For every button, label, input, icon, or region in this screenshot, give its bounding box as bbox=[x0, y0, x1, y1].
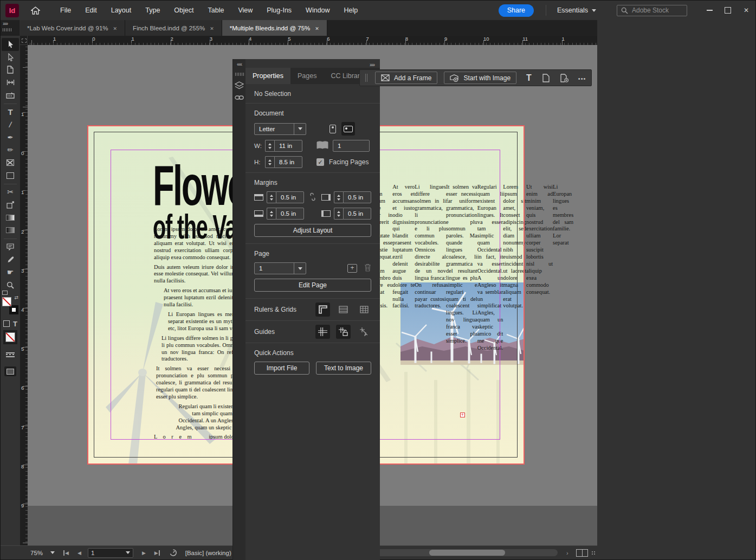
hand-tool[interactable] bbox=[2, 266, 19, 279]
selection-tool[interactable] bbox=[2, 38, 19, 51]
margin-inside-field[interactable]: 0.5 in bbox=[343, 208, 371, 220]
menu-item[interactable]: Type bbox=[138, 4, 167, 16]
start-with-image-button[interactable]: Start with Image bbox=[444, 72, 516, 84]
expand-panels-icon[interactable]: »» bbox=[370, 62, 374, 68]
menu-item[interactable]: Plug-Ins bbox=[260, 4, 299, 16]
margin-inside-stepper[interactable] bbox=[334, 208, 343, 220]
adjust-layout-button[interactable]: Adjust Layout bbox=[254, 224, 371, 237]
toolbar-grip[interactable] bbox=[365, 74, 367, 82]
content-collector-tool[interactable] bbox=[2, 89, 19, 102]
menu-item[interactable]: Table bbox=[201, 4, 231, 16]
first-page-button[interactable]: ◀ bbox=[63, 550, 69, 556]
orientation-portrait-button[interactable] bbox=[326, 122, 339, 136]
note-tool[interactable] bbox=[2, 241, 19, 254]
eyedropper-tool[interactable] bbox=[2, 253, 19, 266]
document-tab[interactable]: *Lab Web Cover.indd @ 91% bbox=[20, 20, 125, 36]
line-tool[interactable] bbox=[2, 118, 19, 131]
workspace-switcher[interactable]: Essentials bbox=[546, 5, 596, 16]
tab-properties[interactable]: Properties bbox=[245, 68, 290, 84]
document-grid-button[interactable] bbox=[357, 302, 371, 317]
layers-panel-icon[interactable] bbox=[235, 81, 244, 89]
maximize-button[interactable] bbox=[719, 3, 737, 17]
next-page-button[interactable]: ▶ bbox=[142, 550, 146, 556]
lock-guides-button[interactable] bbox=[336, 325, 351, 339]
show-guides-button[interactable] bbox=[315, 325, 330, 339]
menu-item[interactable]: View bbox=[231, 4, 260, 16]
add-text-icon[interactable] bbox=[526, 73, 532, 83]
gradient-swatch-tool[interactable] bbox=[2, 211, 19, 224]
more-options-icon[interactable] bbox=[578, 73, 586, 83]
adobe-stock-search[interactable]: Adobe Stock bbox=[617, 5, 687, 16]
close-icon[interactable] bbox=[315, 25, 319, 31]
page-tool[interactable] bbox=[2, 63, 19, 76]
delete-page-button[interactable] bbox=[364, 263, 371, 273]
show-rulers-button[interactable] bbox=[315, 302, 330, 317]
ruler-origin[interactable] bbox=[20, 36, 28, 45]
indesign-logo[interactable]: Id bbox=[5, 4, 19, 17]
menu-item[interactable]: Help bbox=[337, 4, 365, 16]
tab-overflow-icon[interactable]: »» bbox=[3, 21, 8, 27]
formatting-affects-text-icon[interactable]: T bbox=[13, 320, 17, 328]
width-field[interactable]: 11 in bbox=[274, 140, 302, 152]
page-size-dropdown[interactable]: Letter bbox=[254, 123, 306, 135]
orientation-landscape-button[interactable] bbox=[341, 122, 355, 136]
document-tab[interactable]: Finch Bleed.indd @ 255% bbox=[125, 20, 222, 36]
text-to-image-button[interactable]: Text to Image bbox=[316, 362, 371, 375]
rectangle-tool[interactable] bbox=[2, 169, 19, 182]
tab-scroll-icon[interactable] bbox=[3, 28, 11, 31]
resize-grip[interactable] bbox=[591, 551, 596, 555]
page-select-dropdown[interactable]: 1 bbox=[254, 262, 306, 274]
page-icon[interactable] bbox=[542, 74, 550, 82]
zoom-level[interactable]: 75% bbox=[30, 550, 43, 556]
default-swatches-icon[interactable] bbox=[2, 291, 8, 295]
smart-guides-button[interactable] bbox=[357, 325, 371, 339]
gap-tool[interactable] bbox=[2, 76, 19, 89]
apply-none-button[interactable] bbox=[5, 332, 15, 342]
pages-count-field[interactable]: 1 bbox=[333, 140, 370, 152]
scrollbar-thumb[interactable] bbox=[429, 550, 505, 556]
vertical-ruler[interactable]: 10123456789 bbox=[20, 45, 28, 559]
margin-top-stepper[interactable] bbox=[267, 191, 276, 203]
preflight-icon[interactable] bbox=[170, 549, 177, 556]
add-page-button[interactable] bbox=[347, 264, 357, 273]
collapse-panels-icon[interactable]: «« bbox=[237, 62, 242, 67]
import-file-button[interactable]: Import File bbox=[254, 362, 309, 375]
frame-tool[interactable] bbox=[2, 157, 19, 170]
stroke-swatch[interactable] bbox=[9, 305, 18, 314]
edit-page-button[interactable]: Edit Page bbox=[254, 279, 371, 292]
height-stepper[interactable] bbox=[265, 156, 274, 168]
close-icon[interactable] bbox=[210, 25, 214, 31]
margin-outside-stepper[interactable] bbox=[334, 191, 343, 203]
tab-pages[interactable]: Pages bbox=[290, 68, 324, 84]
menu-item[interactable]: Object bbox=[167, 4, 201, 16]
scroll-right-icon[interactable]: › bbox=[566, 550, 568, 556]
pencil-tool[interactable] bbox=[2, 144, 19, 157]
close-icon[interactable] bbox=[113, 25, 118, 31]
add-page-icon[interactable] bbox=[560, 74, 568, 82]
apply-dashes-icon[interactable] bbox=[2, 349, 19, 362]
page-dropdown-icon[interactable] bbox=[126, 551, 130, 554]
margin-bottom-stepper[interactable] bbox=[267, 208, 276, 220]
swap-fill-stroke-icon[interactable]: ⇄ bbox=[14, 295, 18, 300]
zoom-tool[interactable] bbox=[2, 279, 19, 292]
margin-top-field[interactable]: 0.5 in bbox=[276, 191, 304, 203]
formatting-affects-container-icon[interactable] bbox=[3, 320, 10, 327]
previous-page-button[interactable]: ◀ bbox=[77, 550, 81, 556]
add-frame-button[interactable]: Add a Frame bbox=[375, 72, 437, 84]
menu-item[interactable]: Edit bbox=[78, 4, 104, 16]
last-page-button[interactable]: ▶ bbox=[154, 550, 160, 556]
menu-item[interactable]: Layout bbox=[104, 4, 139, 16]
type-tool[interactable] bbox=[2, 106, 19, 119]
zoom-dropdown-icon[interactable] bbox=[50, 551, 55, 554]
height-field[interactable]: 8.5 in bbox=[274, 156, 302, 168]
spread-view-icon[interactable] bbox=[576, 549, 588, 557]
baseline-grid-button[interactable] bbox=[336, 302, 351, 317]
free-transform-tool[interactable] bbox=[2, 198, 19, 211]
links-panel-icon[interactable] bbox=[235, 95, 244, 100]
menu-item[interactable]: Window bbox=[299, 4, 337, 16]
facing-pages-checkbox[interactable] bbox=[316, 158, 324, 166]
screen-mode-button[interactable] bbox=[4, 366, 16, 376]
horizontal-ruler[interactable]: 1012345678910111 bbox=[28, 36, 597, 45]
share-button[interactable]: Share bbox=[499, 4, 534, 17]
margin-outside-field[interactable]: 0.5 in bbox=[343, 191, 371, 203]
